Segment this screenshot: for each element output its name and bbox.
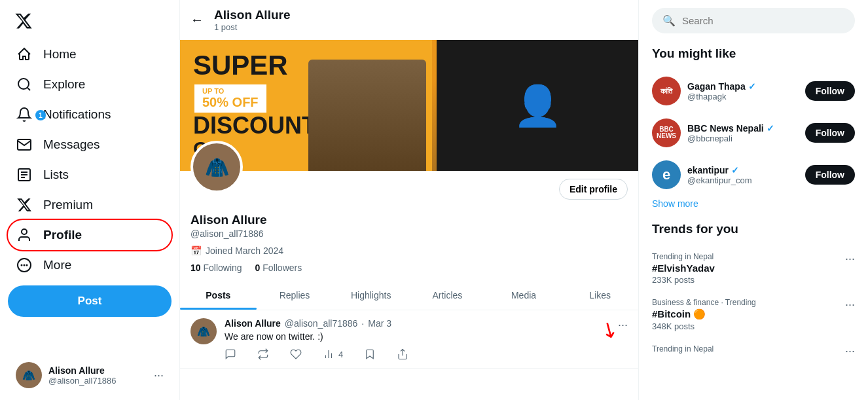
suggestion-item-0: कांति Gagan Thapa ✓ @thapagk Follow xyxy=(652,70,855,112)
suggestion-name-1: BBC News Nepali ✓ xyxy=(687,123,799,134)
tab-media[interactable]: Media xyxy=(486,281,562,310)
retweet-action[interactable] xyxy=(257,348,269,360)
trend-content-2: Trending in Nepal xyxy=(652,344,714,354)
trend-dots-1[interactable]: ··· xyxy=(845,298,855,312)
views-action[interactable]: 4 xyxy=(323,348,343,360)
back-button[interactable]: ← xyxy=(190,12,204,27)
profile-header-top: ← Alison Allure 1 post xyxy=(180,0,638,40)
sidebar-item-profile[interactable]: Profile xyxy=(8,220,172,250)
trend-dots-2[interactable]: ··· xyxy=(845,344,855,358)
sidebar-item-notifications-label: Notifications xyxy=(43,107,111,122)
cover-discount-block: UP TO 50% OFF xyxy=(193,83,268,114)
verified-badge-2: ✓ xyxy=(731,165,739,175)
trend-name-0: #ElvishYadav xyxy=(652,263,715,274)
profile-avatar-wrapper: 🧥 xyxy=(190,141,243,193)
trend-category-1: Business & finance · Trending xyxy=(652,298,756,307)
sidebar-item-home-label: Home xyxy=(43,47,77,62)
profile-tabs: Posts Replies Highlights Articles Media … xyxy=(180,281,638,310)
suggestion-handle-0: @thapagk xyxy=(687,92,799,101)
svg-point-5 xyxy=(22,229,27,234)
messages-icon xyxy=(16,136,33,153)
sidebar-item-lists-label: Lists xyxy=(43,168,69,182)
profile-handle: @alison_all71886 xyxy=(190,228,628,239)
sidebar-item-explore-label: Explore xyxy=(43,77,85,92)
reply-action[interactable] xyxy=(225,348,236,360)
tab-articles[interactable]: Articles xyxy=(409,281,486,310)
follow-button-1[interactable]: Follow xyxy=(805,123,855,143)
trend-content-1: Business & finance · Trending #Bitcoin 🟠… xyxy=(652,298,756,331)
trend-count-0: 233K posts xyxy=(652,275,715,285)
trend-dots-0[interactable]: ··· xyxy=(845,252,855,266)
trend-name-1: #Bitcoin 🟠 xyxy=(652,308,756,320)
header-post-count: 1 post xyxy=(214,22,290,32)
profile-icon xyxy=(16,227,33,244)
tweet-item: 🧥 Alison Allure @alison_all71886 · Mar 3… xyxy=(180,310,638,369)
search-input[interactable] xyxy=(682,15,844,26)
profile-info-section: 🧥 Edit profile Alison Allure @alison_all… xyxy=(180,171,638,273)
sidebar-item-messages[interactable]: Messages xyxy=(8,130,172,160)
share-action[interactable] xyxy=(397,348,408,360)
followers-count: 0 xyxy=(255,263,261,273)
trend-item-0[interactable]: Trending in Nepal #ElvishYadav 233K post… xyxy=(652,245,855,291)
premium-icon xyxy=(16,196,33,213)
svg-point-0 xyxy=(18,79,29,89)
like-action[interactable] xyxy=(290,348,302,360)
tweet-dot: · xyxy=(361,318,364,329)
sidebar-item-premium-label: Premium xyxy=(43,198,93,212)
search-icon: 🔍 xyxy=(662,14,676,27)
edit-profile-button[interactable]: Edit profile xyxy=(559,179,628,200)
sidebar-item-messages-label: Messages xyxy=(43,137,100,152)
sidebar-item-notifications[interactable]: 1 Notifications xyxy=(8,100,172,130)
sidebar-more-dots: ··· xyxy=(154,369,164,382)
sidebar-user-name: Alison Allure xyxy=(48,365,147,376)
calendar-icon: 📅 xyxy=(190,245,202,256)
more-icon xyxy=(16,257,33,274)
main-content: ← Alison Allure 1 post SUPER UP TO 50% O… xyxy=(180,0,639,400)
follow-button-2[interactable]: Follow xyxy=(805,165,855,185)
profile-stats: 10 Following 0 Followers xyxy=(190,263,628,273)
follow-button-0[interactable]: Follow xyxy=(805,81,855,101)
cover-percent: 50% OFF xyxy=(202,95,259,110)
bookmark-action[interactable] xyxy=(364,348,376,360)
tweet-avatar: 🧥 xyxy=(190,318,217,344)
followers-label: Followers xyxy=(262,263,302,273)
views-count: 4 xyxy=(338,350,343,359)
trend-item-1[interactable]: Business & finance · Trending #Bitcoin 🟠… xyxy=(652,291,855,338)
sidebar-item-premium[interactable]: Premium xyxy=(8,190,172,220)
tweet-author-name: Alison Allure xyxy=(225,318,281,329)
sidebar-item-lists[interactable]: Lists xyxy=(8,160,172,190)
sidebar-item-more[interactable]: More xyxy=(8,250,172,280)
sidebar-item-profile-label: Profile xyxy=(43,228,82,242)
header-title: Alison Allure xyxy=(214,8,290,22)
post-button[interactable]: Post xyxy=(8,285,172,317)
suggestion-item-2: e ekantipur ✓ @ekantipur_com Follow xyxy=(652,154,855,196)
tab-likes[interactable]: Likes xyxy=(562,281,638,310)
tab-highlights[interactable]: Highlights xyxy=(333,281,409,310)
sidebar-user-info: Alison Allure @alison_all71886 xyxy=(48,365,147,386)
followers-stat[interactable]: 0 Followers xyxy=(255,263,302,273)
you-might-like-title: You might like xyxy=(652,46,855,61)
trend-category-2: Trending in Nepal xyxy=(652,344,714,354)
search-bar[interactable]: 🔍 xyxy=(652,8,855,33)
tab-replies[interactable]: Replies xyxy=(257,281,333,310)
suggestion-handle-2: @ekantipur_com xyxy=(687,175,799,185)
sidebar-user[interactable]: 🧥 Alison Allure @alison_all71886 ··· xyxy=(8,355,172,395)
sidebar-item-explore[interactable]: Explore xyxy=(8,69,172,100)
x-logo[interactable] xyxy=(8,5,39,37)
tweet-more-button[interactable]: ··· xyxy=(618,318,628,360)
suggestion-avatar-0: कांति xyxy=(652,77,681,105)
joined-date: Joined March 2024 xyxy=(206,245,283,256)
trend-item-2[interactable]: Trending in Nepal ··· xyxy=(652,338,855,365)
header-info: Alison Allure 1 post xyxy=(214,8,290,32)
tab-posts[interactable]: Posts xyxy=(180,281,257,310)
sidebar-avatar: 🧥 xyxy=(16,362,42,388)
following-count: 10 xyxy=(190,263,201,273)
lists-icon xyxy=(16,166,33,183)
tweet-content: Alison Allure @alison_all71886 · Mar 3 W… xyxy=(225,318,610,360)
show-more-link[interactable]: Show more xyxy=(652,198,855,209)
jacket-image xyxy=(308,60,426,171)
suggestion-info-1: BBC News Nepali ✓ @bbcnepali xyxy=(687,123,799,143)
sidebar-user-handle: @alison_all71886 xyxy=(48,376,147,386)
following-stat[interactable]: 10 Following xyxy=(190,263,242,273)
sidebar-item-home[interactable]: Home xyxy=(8,39,172,69)
